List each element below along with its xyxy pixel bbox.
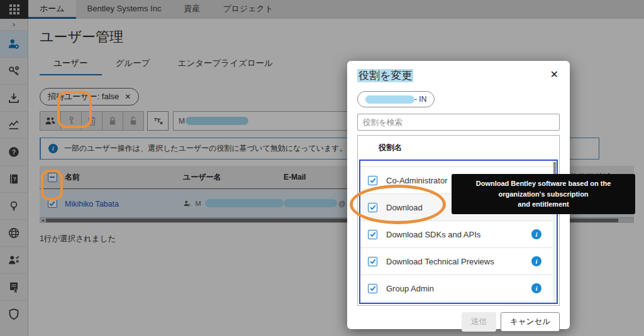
info-icon[interactable]: i <box>531 283 541 293</box>
tooltip-line1: Download Bentley software based on the o… <box>457 178 630 199</box>
role-checkbox[interactable] <box>368 257 377 266</box>
selected-user-chip: - IN <box>357 91 435 107</box>
check-icon <box>370 177 376 183</box>
annotation-key-button <box>57 91 92 128</box>
roles-list-header: 役割名 <box>358 136 559 160</box>
info-icon[interactable]: i <box>531 256 541 266</box>
screen: ホームBentley Systems Inc資産プロジェクト › <box>0 0 644 336</box>
tooltip-line2: and entitlement <box>457 199 630 210</box>
role-checkbox[interactable] <box>368 230 377 239</box>
role-label: Co-Administrator <box>386 176 448 185</box>
role-row[interactable]: Download Technical Previewsi <box>360 248 557 275</box>
annotation-row-checkbox <box>41 170 63 200</box>
role-row[interactable]: Download SDKs and APIsi <box>360 221 557 248</box>
role-label: Download Technical Previews <box>386 257 494 266</box>
check-icon <box>370 285 376 291</box>
selected-title-text: 役割を変更 <box>357 69 413 82</box>
dialog-title: 役割を変更 <box>357 68 413 83</box>
role-search-input[interactable] <box>357 114 560 131</box>
check-icon <box>370 231 376 237</box>
submit-button[interactable]: 送信 <box>462 312 496 332</box>
role-row[interactable]: Group Admini <box>360 275 557 302</box>
role-label: Download SDKs and APIs <box>386 230 480 239</box>
annotation-download-role <box>350 185 446 224</box>
role-checkbox[interactable] <box>368 284 377 293</box>
role-checkbox[interactable] <box>368 176 377 185</box>
check-icon <box>370 258 376 264</box>
role-info-tooltip: Download Bentley software based on the o… <box>452 174 635 214</box>
partial-row <box>360 161 557 167</box>
info-icon[interactable]: i <box>531 229 541 239</box>
cancel-button[interactable]: キャンセル <box>501 312 560 332</box>
user-chip-suffix: - IN <box>414 95 426 104</box>
close-icon[interactable]: ✕ <box>549 68 560 81</box>
redaction-bar <box>365 95 414 104</box>
role-label: Group Admin <box>386 284 434 293</box>
